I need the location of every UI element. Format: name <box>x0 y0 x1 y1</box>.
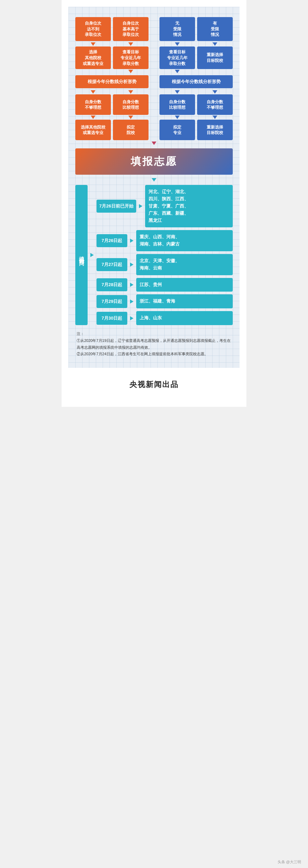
province-box-2: 北京、天津、安徽、 海南、云南 <box>136 254 233 275</box>
date-box-1: 7月26日起 <box>97 234 127 247</box>
analysis-box-right: 根据今年分数线分析形势 <box>159 75 233 88</box>
schedule-row-2: 7月27日起北京、天津、安徽、 海南、云南 <box>97 254 233 275</box>
decision-box-1: 选择其他院校 或重选专业 <box>75 120 111 140</box>
notes-item-1: ①从2020年7月19日起，辽宁省普通高考志愿预报，从开通志愿预报到志愿填报截止… <box>77 337 231 351</box>
province-box-4: 浙江、福建、青海 <box>136 294 233 308</box>
action-box-2: 查看目标 专业近几年 录取分数 <box>113 46 149 69</box>
date-box-4: 7月29日起 <box>97 295 127 308</box>
notes-label: 注： <box>77 331 231 337</box>
arrow-right-2 <box>130 263 133 267</box>
score-box-2: 自身分数 比较理想 <box>113 94 149 115</box>
arrow-right-3 <box>130 283 133 287</box>
arrow-right-4 <box>130 299 133 304</box>
decision-box-4: 重新选择 目标院校 <box>197 120 233 140</box>
watermark: 头条 @大三明 <box>278 859 301 865</box>
analysis-box-left: 根据今年分数线分析形势 <box>75 75 149 88</box>
date-box-5: 7月30日起 <box>97 312 127 325</box>
main-title: 填报志愿 <box>75 148 233 175</box>
condition-box-2: 自身位次 基本高于 录取位次 <box>113 17 149 41</box>
condition-box-4: 有 受限 情况 <box>197 17 233 41</box>
notes-section: 注： ①从2020年7月19日起，辽宁省普通高考志愿预报，从开通志愿预报到志愿填… <box>75 331 233 358</box>
action-box-4: 重新选择 目标院校 <box>197 46 233 69</box>
province-box-1: 重庆、山西、河南、 湖南、吉林、内蒙古 <box>136 230 233 251</box>
province-box-0: 河北、辽宁、湖北、 四川、陕西、江西、 甘肃、宁夏、广西、 广东、西藏、新疆、 … <box>145 185 233 227</box>
score-box-3: 自身分数 比较理想 <box>159 94 195 115</box>
schedule-row-3: 7月28日起江苏、贵州 <box>97 278 233 292</box>
schedule-row-5: 7月30日起上海、山东 <box>97 311 233 325</box>
schedule-rows: 7月26日前已开始河北、辽宁、湖北、 四川、陕西、江西、 甘肃、宁夏、广西、 广… <box>97 185 233 325</box>
condition-box-1: 自身位次 达不到 录取位次 <box>75 17 111 41</box>
date-box-3: 7月28日起 <box>97 278 127 291</box>
decision-box-2: 拟定 院校 <box>113 120 149 140</box>
schedule-row-4: 7月29日起浙江、福建、青海 <box>97 294 233 308</box>
score-box-1: 自身分数 不够理想 <box>75 94 111 115</box>
notes-item-2: ②从2020年7月24日起，江西省考生可在网上填报提前批本科军事类院校志愿。 <box>77 351 231 358</box>
score-box-4: 自身分数 不够理想 <box>197 94 233 115</box>
arrow-right-0 <box>139 204 142 208</box>
province-box-5: 上海、山东 <box>136 311 233 325</box>
schedule-label: 填报时间 <box>75 185 88 325</box>
date-box-0: 7月26日前已开始 <box>97 200 136 213</box>
footer: 央视新闻出品 <box>68 376 240 393</box>
schedule-section: 填报时间 7月26日前已开始河北、辽宁、湖北、 四川、陕西、江西、 甘肃、宁夏、… <box>75 185 233 325</box>
date-box-2: 7月27日起 <box>97 258 127 271</box>
province-box-3: 江苏、贵州 <box>136 278 233 292</box>
schedule-row-0: 7月26日前已开始河北、辽宁、湖北、 四川、陕西、江西、 甘肃、宁夏、广西、 广… <box>97 185 233 227</box>
arrow-right-5 <box>130 316 133 320</box>
schedule-row-1: 7月26日起重庆、山西、河南、 湖南、吉林、内蒙古 <box>97 230 233 251</box>
decision-box-3: 拟定 专业 <box>159 120 195 140</box>
action-box-3: 查看目标 专业近几年 录取分数 <box>159 46 195 69</box>
arrow-right-1 <box>130 239 133 243</box>
condition-box-3: 无 受限 情况 <box>159 17 195 41</box>
action-box-1: 选择 其他院校 或重选专业 <box>75 46 111 69</box>
